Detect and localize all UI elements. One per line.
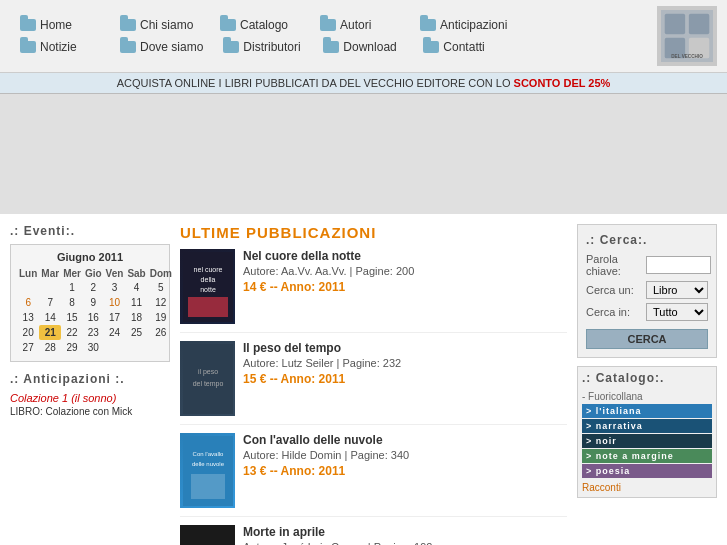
calendar-day[interactable]: 24 [104, 325, 126, 340]
book-item: MORTEIN APRILE Morte in aprile Autore: J… [180, 525, 567, 545]
nav-chi-siamo[interactable]: Chi siamo [110, 14, 210, 36]
cerca-un-row: Cerca un: Libro Autore [586, 281, 708, 299]
cat-bar-italiana[interactable]: > l'italiana [582, 404, 712, 418]
folder-icon [220, 19, 236, 31]
cerca-title: .: Cerca:. [586, 233, 708, 247]
calendar-day[interactable]: 9 [83, 295, 104, 310]
catalogo-title: .: Catalogo:. [582, 371, 712, 385]
calendar-day[interactable]: 3 [104, 280, 126, 295]
nav-contatti[interactable]: Contatti [413, 36, 513, 58]
cerca-in-select[interactable]: Tutto Titolo Autore [646, 303, 708, 321]
book-title-2[interactable]: Il peso del tempo [243, 341, 567, 355]
folder-icon [420, 19, 436, 31]
book-cover-1: nel cuoredellanotte [180, 249, 235, 324]
calendar-day[interactable]: 25 [125, 325, 147, 340]
cerca-un-select[interactable]: Libro Autore [646, 281, 708, 299]
book-price-2: 15 € -- Anno: 2011 [243, 372, 567, 386]
promo-banner: ACQUISTA ONLINE I LIBRI PUBBLICATI DA DE… [0, 73, 727, 94]
calendar-day[interactable]: 8 [61, 295, 83, 310]
svg-text:delle nuvole: delle nuvole [191, 461, 224, 467]
book-price-3: 13 € -- Anno: 2011 [243, 464, 567, 478]
calendar-day[interactable]: 18 [125, 310, 147, 325]
cat-bar-narrativa[interactable]: > narrativa [582, 419, 712, 433]
anticipazioni-book-desc: LIBRO: Colazione con Mick [10, 406, 170, 417]
anticipazioni-book-title[interactable]: Colazione 1 (il sonno) [10, 392, 170, 404]
svg-rect-10 [188, 297, 228, 317]
calendar-day[interactable]: 4 [125, 280, 147, 295]
calendar-day[interactable]: 20 [17, 325, 39, 340]
nav-catalogo[interactable]: Catalogo [210, 14, 310, 36]
calendar-day[interactable]: 17 [104, 310, 126, 325]
calendar-day[interactable]: 30 [83, 340, 104, 355]
svg-text:il peso: il peso [197, 368, 217, 376]
cat-noir-label: > noir [582, 434, 712, 448]
cal-header-mar: Mar [39, 267, 61, 280]
calendar-day[interactable]: 5 [148, 280, 174, 295]
nav-row-2: Notizie Dove siamo Distributori Download… [10, 36, 657, 58]
sconto-text: SCONTO DEL 25% [514, 77, 611, 89]
book-info-2: Il peso del tempo Autore: Lutz Seiler | … [243, 341, 567, 416]
calendar-day[interactable]: 27 [17, 340, 39, 355]
calendar-table: Lun Mar Mer Gio Ven Sab Dom 123456789101… [17, 267, 174, 355]
svg-rect-18 [183, 528, 233, 546]
nav-anticipazioni[interactable]: Anticipazioni [410, 14, 517, 36]
nav-dove-siamo[interactable]: Dove siamo [110, 36, 213, 58]
calendar-day[interactable]: 19 [148, 310, 174, 325]
cal-header-sab: Sab [125, 267, 147, 280]
logo: DEL VECCHIO [657, 6, 717, 66]
calendar-day[interactable]: 23 [83, 325, 104, 340]
book-cover-3: Con l'avallodelle nuvole [180, 433, 235, 508]
calendar-day[interactable]: 2 [83, 280, 104, 295]
cat-bar-note[interactable]: > note a margine [582, 449, 712, 463]
catalogo-section: .: Catalogo:. - Fuoricollana > l'italian… [577, 366, 717, 498]
calendar-day[interactable]: 14 [39, 310, 61, 325]
eventi-title: .: Eventi:. [10, 224, 170, 238]
calendar-day[interactable]: 12 [148, 295, 174, 310]
nav-rows: Home Chi siamo Catalogo Autori Anticipaz… [10, 14, 657, 58]
calendar-day[interactable]: 28 [39, 340, 61, 355]
left-column: .: Eventi:. Giugno 2011 Lun Mar Mer Gio … [10, 224, 170, 545]
calendar-day [17, 280, 39, 295]
book-cover-4: MORTEIN APRILE [180, 525, 235, 545]
cal-header-lun: Lun [17, 267, 39, 280]
calendar-day[interactable]: 7 [39, 295, 61, 310]
book-price-1: 14 € -- Anno: 2011 [243, 280, 567, 294]
book-title-1[interactable]: Nel cuore della notte [243, 249, 567, 263]
calendar-day[interactable]: 10 [104, 295, 126, 310]
calendar-day[interactable]: 22 [61, 325, 83, 340]
folder-icon [20, 19, 36, 31]
cerca-button[interactable]: CERCA [586, 329, 708, 349]
calendar-day[interactable]: 26 [148, 325, 174, 340]
calendar-day[interactable]: 21 [39, 325, 61, 340]
calendar-month: Giugno 2011 [17, 251, 163, 263]
book-title-4[interactable]: Morte in aprile [243, 525, 567, 539]
folder-icon [120, 19, 136, 31]
cat-bar-noir[interactable]: > noir [582, 434, 712, 448]
parola-chiave-label: Parola chiave: [586, 253, 646, 277]
cat-narrativa-label: > narrativa [582, 419, 712, 433]
book-title-3[interactable]: Con l'avallo delle nuvole [243, 433, 567, 447]
calendar-day[interactable]: 16 [83, 310, 104, 325]
nav-home[interactable]: Home [10, 14, 110, 36]
calendar-day[interactable]: 6 [17, 295, 39, 310]
cat-bar-poesia[interactable]: > poesia [582, 464, 712, 478]
calendar-day[interactable]: 29 [61, 340, 83, 355]
svg-text:DEL VECCHIO: DEL VECCHIO [671, 54, 703, 59]
cat-italiana-label: > l'italiana [582, 404, 712, 418]
calendar-day[interactable]: 15 [61, 310, 83, 325]
nav-notizie[interactable]: Notizie [10, 36, 110, 58]
svg-rect-2 [689, 14, 709, 34]
svg-text:Con l'avallo: Con l'avallo [192, 451, 223, 457]
calendar-day[interactable]: 11 [125, 295, 147, 310]
parola-chiave-input[interactable] [646, 256, 711, 274]
racconti-link[interactable]: Racconti [582, 482, 712, 493]
fuoricollana-label: - Fuoricollana [582, 391, 712, 402]
cal-header-ven: Ven [104, 267, 126, 280]
calendar-day [104, 340, 126, 355]
nav-autori[interactable]: Autori [310, 14, 410, 36]
folder-icon [423, 41, 439, 53]
nav-download[interactable]: Download [313, 36, 413, 58]
calendar-day[interactable]: 1 [61, 280, 83, 295]
nav-distributori[interactable]: Distributori [213, 36, 313, 58]
calendar-day[interactable]: 13 [17, 310, 39, 325]
